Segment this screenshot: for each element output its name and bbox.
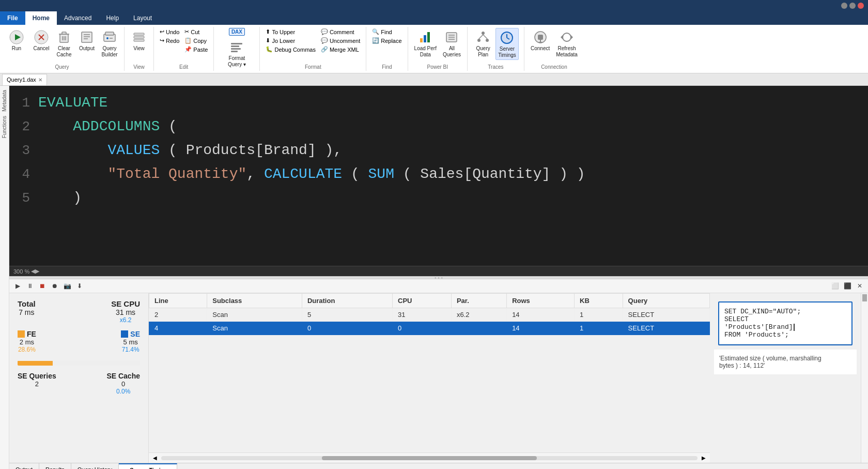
table-row[interactable]: 4 Scan 0 0 14 1 SELECT [149, 322, 710, 335]
maximize-btn[interactable] [849, 3, 856, 9]
cell-rows: 14 [507, 322, 575, 335]
panel-download-btn[interactable]: ⬇ [74, 281, 85, 291]
se-queries-row: SE Queries 2 SE Cache 0 0.0% [18, 372, 140, 395]
svg-rect-11 [82, 32, 92, 42]
svg-point-34 [477, 39, 481, 42]
svg-rect-22 [231, 43, 242, 44]
panel-close-btn[interactable]: ✕ [855, 281, 865, 291]
merge-xml-button[interactable]: 🔗 Merge XML [319, 46, 362, 53]
tab-results[interactable]: Results [39, 463, 71, 469]
fe-color-box [18, 330, 25, 338]
ribbon-group-format: ⬆ To Upper ⬇ Jo Lower 🐛 Debug Commas 💬 C… [260, 27, 366, 71]
powerbi-group-label: Power BI [427, 64, 448, 70]
close-btn[interactable] [858, 3, 864, 9]
zoom-level: 300 % [13, 268, 29, 275]
scroll-right[interactable]: ▶ [700, 454, 708, 462]
tab-query-history[interactable]: Query History [71, 463, 119, 469]
table-scroll-container[interactable]: Line Subclass Duration CPU Par. Rows KB … [149, 293, 710, 452]
panel-pause-btn[interactable]: ⏸ [25, 281, 35, 291]
connect-button[interactable]: Connect [529, 28, 552, 53]
tab-layout[interactable]: Layout [126, 11, 159, 25]
se-color-box [121, 330, 128, 338]
panel-camera-btn[interactable]: 📷 [62, 281, 72, 291]
cut-button[interactable]: ✂ Cut [183, 28, 209, 36]
tab-output[interactable]: Output [9, 463, 39, 469]
clear-cache-label: ClearCache [57, 46, 72, 58]
cancel-button[interactable]: Cancel [31, 28, 52, 53]
powerbi-items: Load PerfData AllQueries [412, 28, 463, 63]
all-queries-button[interactable]: AllQueries [441, 28, 463, 59]
scroll-left-arrow[interactable]: ◀ [31, 268, 35, 275]
query-builder-button[interactable]: QueryBuilder [99, 28, 120, 59]
total-secpu-row: Total 7 ms SE CPU 31 ms x6.2 [18, 299, 140, 324]
run-button[interactable]: Run [4, 28, 29, 53]
window-controls[interactable] [841, 3, 864, 9]
clear-cache-button[interactable]: ClearCache [54, 28, 74, 59]
tab-file[interactable]: File [0, 11, 25, 25]
panel-right-scrollbar[interactable] [861, 293, 868, 463]
to-lower-button[interactable]: ⬇ Jo Lower [264, 37, 317, 44]
comment-button[interactable]: 💬 Comment [319, 28, 362, 36]
output-button[interactable]: Output [76, 28, 97, 53]
panel-play-btn[interactable]: ▶ [12, 281, 23, 291]
panel-maximize-btn[interactable]: ⬛ [842, 281, 853, 291]
code-line-5: 5 ) [9, 186, 868, 210]
minimize-btn[interactable] [841, 3, 847, 9]
load-perf-data-button[interactable]: Load PerfData [412, 28, 439, 59]
line-num-4: 4 [14, 164, 30, 185]
secpu-value: 31 ms [111, 308, 140, 316]
query-popup-code[interactable]: SET DC_KIND="AUTO"; SELECT 'Products'[Br… [719, 302, 851, 344]
sidebar-metadata[interactable]: Metadata [1, 88, 8, 114]
debug-commas-icon: 🐛 [266, 46, 273, 53]
secpu-sub: x6.2 [111, 316, 140, 324]
edit-small-group: ↩ Undo ↪ Redo [158, 28, 181, 44]
query-builder-label: QueryBuilder [101, 46, 117, 58]
to-upper-button[interactable]: ⬆ To Upper [264, 28, 317, 36]
cell-subclass: Scan [207, 308, 302, 322]
redo-button[interactable]: ↪ Redo [158, 37, 181, 44]
undo-button[interactable]: ↩ Undo [158, 28, 181, 36]
col-par: Par. [451, 294, 506, 308]
svg-rect-23 [231, 46, 239, 47]
table-row[interactable]: 2 Scan 5 31 x6.2 14 1 SELECT [149, 308, 710, 322]
server-timings-button[interactable]: ServerTimings [495, 28, 519, 60]
code-editor[interactable]: 1 EVALUATE 2 ADDCOLUMNS ( 3 VALUES ( Pro… [9, 86, 868, 266]
scroll-left[interactable]: ◀ [151, 454, 159, 462]
refresh-metadata-button[interactable]: RefreshMetadata [554, 28, 580, 59]
find-button[interactable]: 🔍 Find [370, 28, 403, 36]
scroll-track[interactable] [161, 456, 698, 460]
tab-help[interactable]: Help [99, 11, 126, 25]
scroll-right-arrow[interactable]: ▶ [35, 268, 39, 275]
svg-rect-24 [231, 48, 241, 50]
tab-home[interactable]: Home [25, 11, 57, 25]
tab-server-timings[interactable]: » Server Timings [119, 463, 177, 469]
sidebar-functions[interactable]: Functions [1, 114, 8, 140]
svg-marker-46 [561, 35, 563, 39]
cell-subclass: Scan [207, 322, 302, 335]
copy-button[interactable]: 📋 Copy [183, 37, 209, 44]
clipboard-group: ✂ Cut 📋 Copy 📌 Paste [183, 28, 209, 53]
table-scrollbar[interactable]: ◀ ▶ [149, 452, 710, 463]
panel-record-btn[interactable]: ⏺ [50, 281, 60, 291]
view-button[interactable]: View [129, 28, 149, 53]
doc-tab-query1[interactable]: Query1.dax ✕ [2, 74, 47, 85]
bottom-tab-bar: Output Results Query History » Server Ti… [9, 463, 868, 469]
code-text-3a: ( Products[Brand] ), [160, 142, 342, 158]
replace-button[interactable]: 🔄 Replace [370, 37, 403, 44]
panel-stop-btn[interactable]: ⏹ [37, 281, 48, 291]
svg-point-17 [106, 37, 109, 39]
col-subclass: Subclass [207, 294, 302, 308]
string-total-quantity: "Total Quantity" [107, 166, 246, 182]
format-query-button[interactable]: FormatQuery ▾ [218, 38, 255, 69]
panel-float-btn[interactable]: ⬜ [830, 281, 840, 291]
to-upper-icon: ⬆ [266, 28, 270, 35]
uncomment-button[interactable]: 💬 Uncomment [319, 37, 362, 44]
table-body: 2 Scan 5 31 x6.2 14 1 SELECT 4 [149, 308, 710, 335]
doc-tab-close[interactable]: ✕ [38, 77, 42, 83]
query-plan-button[interactable]: QueryPlan [473, 28, 493, 59]
cell-cpu: 31 [393, 308, 452, 322]
paste-button[interactable]: 📌 Paste [183, 46, 209, 53]
debug-commas-button[interactable]: 🐛 Debug Commas [264, 46, 317, 53]
secpu-stat: SE CPU 31 ms x6.2 [111, 299, 140, 324]
tab-advanced[interactable]: Advanced [57, 11, 99, 25]
